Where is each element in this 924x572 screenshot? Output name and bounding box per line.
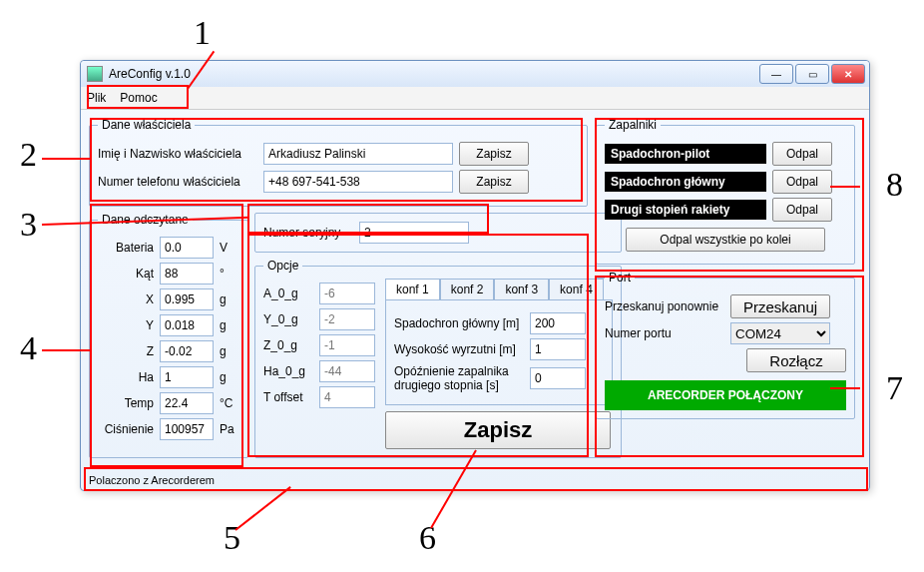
app-icon (87, 66, 103, 82)
igniter-fire-button[interactable]: Odpal (772, 198, 832, 222)
conf-tab-3[interactable]: konf 3 (494, 279, 549, 299)
owner-phone-save-button[interactable]: Zapisz (459, 170, 529, 194)
owner-phone-input[interactable] (263, 171, 453, 193)
reading-label: X (98, 292, 154, 306)
cal-label: T offset (263, 390, 313, 404)
readings-group: Dane odczytane BateriaVKąt°XgYgZgHagTemp… (89, 213, 248, 458)
igniters-group: Zapalniki Spadochron-pilotOdpalSpadochro… (596, 118, 855, 265)
reading-value (160, 340, 214, 362)
reading-label: Kąt (98, 267, 154, 281)
owner-name-input[interactable] (263, 143, 453, 165)
port-number-label: Numer portu (605, 326, 724, 340)
reading-label: Y (98, 318, 154, 332)
conf-row-label: Wysokość wyrzutni [m] (394, 342, 524, 356)
port-disconnect-button[interactable]: Rozłącz (746, 348, 846, 372)
reading-value (160, 263, 214, 285)
port-select[interactable]: COM24 (730, 322, 830, 344)
reading-unit: V (220, 241, 239, 255)
reading-label: Z (98, 344, 154, 358)
cal-input[interactable] (319, 386, 375, 408)
close-button[interactable]: ✕ (831, 64, 865, 84)
cal-label: A_0_g (263, 286, 313, 300)
conf-row-input[interactable] (530, 338, 586, 360)
annotation-label-8: 8 (886, 166, 903, 204)
igniter-fire-button[interactable]: Odpal (772, 170, 832, 194)
reading-label: Temp (98, 396, 154, 410)
cal-input[interactable] (319, 360, 375, 382)
options-save-button[interactable]: Zapisz (385, 411, 611, 449)
menu-help[interactable]: Pomoc (120, 91, 157, 105)
options-group: Opcje A_0_gY_0_gZ_0_gHa_0_gT offset konf… (254, 259, 622, 458)
window-title: AreConfig v.1.0 (109, 67, 191, 81)
menubar: Plik Pomoc (81, 87, 869, 110)
reading-value (160, 366, 214, 388)
conf-tab-2[interactable]: konf 2 (440, 279, 495, 299)
owner-name-label: Imię i Nazwisko właściciela (98, 147, 257, 161)
igniter-name: Spadochron-pilot (605, 144, 766, 164)
annotation-line-2 (42, 158, 92, 160)
conf-row-label: Spadochron główny [m] (394, 316, 524, 330)
reading-label: Ha (98, 370, 154, 384)
minimize-button[interactable]: — (759, 64, 793, 84)
cal-label: Y_0_g (263, 312, 313, 326)
cal-input[interactable] (319, 308, 375, 330)
menu-file[interactable]: Plik (87, 91, 106, 105)
conf-row-input[interactable] (530, 367, 586, 389)
port-scan-button[interactable]: Przeskanuj (730, 294, 830, 318)
reading-unit: °C (220, 396, 239, 410)
cal-label: Ha_0_g (263, 364, 313, 378)
annotation-line-5 (234, 486, 290, 531)
reading-unit: g (220, 344, 239, 358)
reading-value (160, 418, 214, 440)
reading-label: Ciśnienie (98, 422, 154, 436)
conf-row-label: Opóźnienie zapalnika drugiego stopnia [s… (394, 364, 524, 392)
options-legend: Opcje (263, 259, 302, 273)
annotation-line-8 (830, 186, 860, 188)
serial-label: Numer seryjny (263, 226, 353, 240)
conf-row-input[interactable] (530, 312, 586, 334)
annotation-label-1: 1 (194, 14, 211, 52)
port-legend: Port (605, 271, 635, 285)
app-window: AreConfig v.1.0 — ▭ ✕ Plik Pomoc Dane wł… (80, 60, 870, 491)
cal-label: Z_0_g (263, 338, 313, 352)
statusbar: Polaczono z Arecorderem (89, 474, 215, 486)
maximize-button[interactable]: ▭ (795, 64, 829, 84)
serial-group: Numer seryjny (254, 213, 622, 253)
reading-value (160, 392, 214, 414)
reading-label: Bateria (98, 241, 154, 255)
serial-input[interactable] (359, 222, 469, 244)
port-group: Port Przeskanuj ponownie Przeskanuj Nume… (596, 271, 855, 419)
connection-status: ARECORDER POŁĄCZONY (605, 380, 846, 410)
reading-value (160, 314, 214, 336)
fire-all-button[interactable]: Odpal wszystkie po kolei (626, 228, 825, 252)
annotation-label-7: 7 (886, 369, 903, 407)
igniter-fire-button[interactable]: Odpal (772, 142, 832, 166)
cal-input[interactable] (319, 334, 375, 356)
reading-unit: g (220, 292, 239, 306)
owner-phone-label: Numer telefonu właściciela (98, 175, 257, 189)
cal-input[interactable] (319, 283, 375, 304)
conf-tab-1[interactable]: konf 1 (385, 279, 440, 299)
reading-unit: g (220, 370, 239, 384)
igniter-name: Drugi stopień rakiety (605, 200, 766, 220)
owner-group: Dane właściciela Imię i Nazwisko właścic… (89, 118, 588, 207)
owner-legend: Dane właściciela (98, 118, 195, 132)
reading-unit: ° (220, 267, 239, 281)
reading-value (160, 237, 214, 259)
annotation-line-7 (830, 387, 860, 389)
reading-value (160, 288, 214, 310)
igniters-legend: Zapalniki (605, 118, 661, 132)
igniter-name: Spadochron główny (605, 172, 766, 192)
annotation-label-4: 4 (20, 329, 37, 367)
owner-name-save-button[interactable]: Zapisz (459, 142, 529, 166)
port-scan-label: Przeskanuj ponownie (605, 299, 724, 313)
annotation-label-3: 3 (20, 206, 37, 244)
reading-unit: Pa (220, 422, 239, 436)
reading-unit: g (220, 318, 239, 332)
annotation-line-4 (42, 349, 92, 351)
annotation-label-2: 2 (20, 136, 37, 174)
annotation-label-5: 5 (224, 519, 240, 557)
